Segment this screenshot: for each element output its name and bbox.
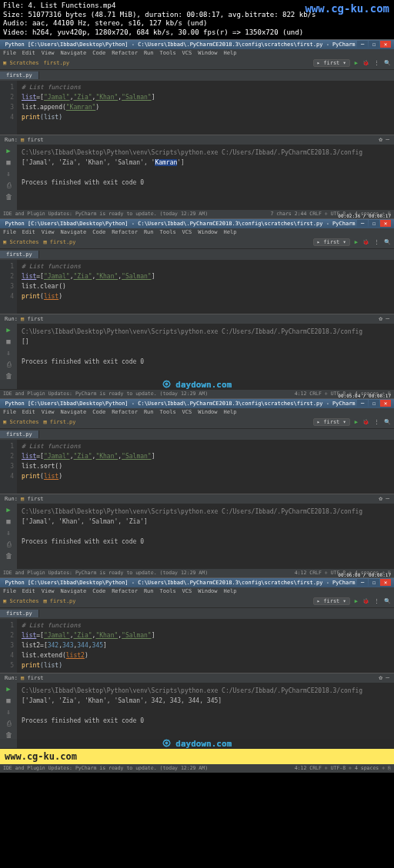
editor-tabs: first.py <box>0 70 394 81</box>
stop-icon[interactable]: ■ <box>6 159 10 166</box>
tab-first[interactable]: first.py <box>0 72 39 79</box>
down-icon[interactable]: ⇩ <box>6 171 10 178</box>
debug-icon[interactable]: 🐞 <box>362 60 369 66</box>
pycharm-window-2: Python [C:\Users\Ibbad\Desktop\Python] -… <box>0 218 394 398</box>
export-icon[interactable]: ⎙ <box>7 182 11 189</box>
statusbar: IDE and Plugin Updates: PyCharm is ready… <box>0 210 394 218</box>
scratches-icon[interactable]: ▣ Scratches <box>3 60 38 66</box>
maximize-button[interactable]: ☐ <box>369 220 379 227</box>
menu-run[interactable]: Run <box>144 50 154 56</box>
watermark-link[interactable]: www.cg-ku.com <box>305 2 389 15</box>
more-icon[interactable]: ⋮ <box>374 60 379 66</box>
menu-refactor[interactable]: Refactor <box>112 50 138 56</box>
daydown-watermark: ⦿ daydown.com <box>162 380 232 390</box>
menu-file[interactable]: File <box>3 50 16 56</box>
run-panel: ▶ ■ ⇩ ⎙ 🗑 C:\Users\Ibbad\Desktop\Python\… <box>0 145 394 210</box>
editor-area[interactable]: 1234 # List functions list=["Jamal","Zia… <box>0 81 394 135</box>
pycharm-window-4: Python [C:\Users\Ibbad\Desktop\Python] -… <box>0 577 394 749</box>
line-gutter: 1234 <box>0 81 17 135</box>
menu-window[interactable]: Window <box>198 50 217 56</box>
console-output[interactable]: C:\Users\Ibbad\Desktop\Python\venv\Scrip… <box>17 145 394 210</box>
status-left[interactable]: IDE and Plugin Updates: PyCharm is ready… <box>3 211 208 217</box>
video-line: Video: h264, yuv420p, 1280x720, 684 kb/s… <box>3 28 391 38</box>
maximize-button[interactable]: ☐ <box>369 41 379 48</box>
run-config-selector[interactable]: ▸ first ▾ <box>313 59 350 67</box>
run-gutter: ▶ ■ ⇩ ⎙ 🗑 <box>0 145 17 210</box>
minimize-button[interactable]: ─ <box>357 220 368 227</box>
gear-icon[interactable]: ✿ <box>379 136 382 143</box>
pycharm-window-3: Python [C:\Users\Ibbad\Desktop\Python] -… <box>0 398 394 577</box>
menu-help[interactable]: Help <box>224 50 237 56</box>
menu-edit[interactable]: Edit <box>22 50 35 56</box>
menu-tools[interactable]: Tools <box>160 50 176 56</box>
minimize-button[interactable]: ─ <box>357 41 368 48</box>
trash-icon[interactable]: 🗑 <box>5 194 12 201</box>
run-icon[interactable]: ▶ <box>355 60 358 66</box>
video-timestamp: 00:02:36 / 00:08:17 <box>338 213 391 218</box>
rerun-icon[interactable]: ▶ <box>6 148 10 155</box>
video-metadata: File: 4. List Functions.mp4 Size: 510773… <box>0 0 394 39</box>
daydown-watermark: ⦿ daydown.com <box>162 739 232 749</box>
run-panel-header: Run: ▤ first ✿ — <box>0 135 394 145</box>
toolbar: ▣ Scratches first.py ▸ first ▾ ▶ 🐞 ⋮ 🔍 <box>0 58 394 70</box>
code-content[interactable]: # List functions list=["Jamal","Zia","Kh… <box>17 81 394 135</box>
close-button[interactable]: ✕ <box>380 41 391 48</box>
titlebar: Python [C:\Users\Ibbad\Desktop\Python] -… <box>0 40 394 49</box>
menu-code[interactable]: Code <box>92 50 105 56</box>
pycharm-window-1: Python [C:\Users\Ibbad\Desktop\Python] -… <box>0 39 394 218</box>
menu-navigate[interactable]: Navigate <box>61 50 87 56</box>
close-button[interactable]: ✕ <box>380 220 391 227</box>
menu-vcs[interactable]: VCS <box>182 50 192 56</box>
audio-line: Audio: aac, 44100 Hz, stereo, s16, 127 k… <box>3 19 391 28</box>
menu-view[interactable]: View <box>42 50 55 56</box>
collapse-icon[interactable]: — <box>386 136 389 143</box>
search-icon[interactable]: 🔍 <box>384 60 391 66</box>
menubar: File Edit View Navigate Code Refactor Ru… <box>0 49 394 58</box>
footer-link[interactable]: www.cg-ku.com <box>0 749 394 764</box>
filepath-crumb[interactable]: first.py <box>43 60 69 66</box>
